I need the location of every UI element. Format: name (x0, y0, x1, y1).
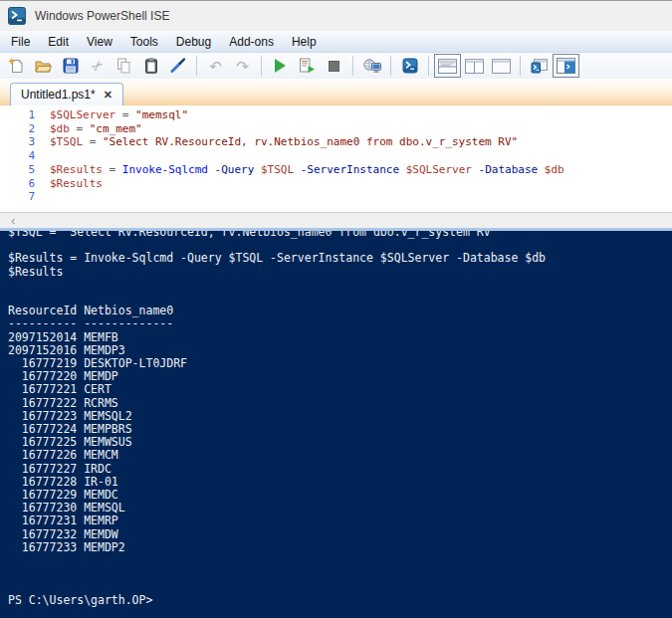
console-line (8, 580, 672, 593)
script-pane-top-icon (438, 59, 457, 74)
undo-button[interactable]: ↶ (202, 54, 229, 78)
console-line: PS C:\Users\garth.OP> (8, 594, 672, 607)
tab-label: Untitled1.ps1* (21, 88, 96, 102)
paste-button[interactable] (137, 54, 164, 78)
run-script-button[interactable] (267, 54, 294, 78)
open-script-button[interactable] (30, 54, 57, 78)
toolbar-separator (196, 56, 197, 76)
console-line: 16777233 MEMDP2 (8, 541, 672, 554)
menu-debug[interactable]: Debug (167, 31, 220, 52)
toolbar-separator (352, 56, 353, 76)
new-remote-powershell-tab-button[interactable] (358, 54, 385, 78)
menu-bar: FileEditViewToolsDebugAdd-onsHelp (0, 31, 672, 53)
console-line: 16777232 MEMDW (8, 528, 672, 541)
console-pane[interactable]: $TSQL = "Select RV.ResourceId, rv.Netbio… (0, 228, 672, 618)
line-number: 7 (0, 190, 35, 204)
save-floppy-icon (63, 58, 79, 74)
toolbar-separator (390, 56, 391, 76)
remote-computer-icon (363, 58, 381, 74)
show-script-pane-maximized-button[interactable] (488, 54, 515, 78)
console-line: 16777221 CERT (8, 383, 672, 396)
console-line: 2097152014 MEMFB (8, 331, 672, 344)
undo-arrow-icon: ↶ (209, 59, 222, 74)
line-number: 1 (0, 108, 35, 122)
line-number: 3 (0, 135, 35, 149)
code-line: $SQLServer = "memsql" (50, 108, 564, 122)
code-line (50, 149, 564, 163)
squeegee-icon (170, 58, 186, 74)
toolbar-separator (261, 56, 262, 76)
show-script-pane-top-button[interactable] (434, 54, 461, 78)
tab-strip: Untitled1.ps1* ✕ (0, 79, 672, 105)
new-script-button[interactable] (3, 54, 30, 78)
code-line: $db = "cm_mem" (50, 122, 564, 136)
save-button[interactable] (57, 54, 84, 78)
start-powershell-exe-button[interactable] (396, 54, 423, 78)
copy-button[interactable] (111, 54, 137, 78)
powershell-tab-icon (531, 58, 549, 74)
pane-splitter[interactable]: ‹ (0, 212, 672, 228)
menu-help[interactable]: Help (283, 31, 326, 52)
tab-close-icon[interactable]: ✕ (104, 89, 112, 102)
menu-file[interactable]: File (2, 31, 39, 52)
console-pane-icon (557, 58, 575, 74)
line-number: 4 (0, 149, 35, 163)
console-line: 16777226 MEMCM (8, 449, 672, 462)
script-pane-maximized-icon (492, 59, 511, 74)
line-number: 6 (0, 177, 35, 191)
console-line: $TSQL = "Select RV.ResourceId, rv.Netbio… (8, 228, 672, 239)
script-code[interactable]: $SQLServer = "memsql"$db = "cm_mem"$TSQL… (40, 108, 564, 212)
code-line: $TSQL = "Select RV.ResourceId, rv.Netbio… (50, 135, 564, 149)
powershell-ise-window: Windows PowerShell ISE FileEditViewTools… (0, 0, 672, 618)
toolbar-separator (428, 56, 429, 76)
line-number: 2 (0, 122, 35, 136)
new-powershell-tab-button[interactable] (526, 54, 553, 78)
run-selection-icon (299, 58, 316, 74)
cut-button[interactable]: ✂ (84, 54, 111, 78)
toolbar: ✂ (0, 53, 672, 79)
redo-button[interactable]: ↷ (229, 54, 256, 78)
menu-view[interactable]: View (78, 31, 121, 52)
code-line: $Results (50, 177, 564, 191)
redo-arrow-icon: ↷ (236, 59, 249, 74)
cut-scissors-icon: ✂ (88, 57, 106, 75)
console-line (8, 567, 672, 580)
run-selection-button[interactable] (294, 54, 321, 78)
run-play-icon (275, 59, 286, 73)
console-line: $Results (8, 266, 672, 279)
toolbar-separator (520, 56, 521, 76)
window-title: Windows PowerShell ISE (35, 9, 169, 23)
clear-console-button[interactable] (164, 54, 191, 78)
show-script-pane-right-button[interactable] (461, 54, 488, 78)
line-number: 5 (0, 163, 35, 177)
script-editor-pane[interactable]: 1234567 $SQLServer = "memsql"$db = "cm_m… (0, 105, 672, 212)
console-line: 16777222 RCRMS (8, 397, 672, 410)
console-line: $Results = Invoke-Sqlcmd -Query $TSQL -S… (8, 252, 672, 265)
code-line: $Results = Invoke-Sqlcmd -Query $TSQL -S… (50, 163, 564, 177)
menu-edit[interactable]: Edit (39, 31, 78, 52)
collapse-chevron-icon[interactable]: ‹ (11, 214, 15, 227)
paste-clipboard-icon (144, 58, 158, 74)
stop-square-icon (329, 61, 339, 72)
console-line (8, 554, 672, 567)
tab-untitled1[interactable]: Untitled1.ps1* ✕ (10, 83, 123, 105)
line-number-gutter: 1234567 (0, 108, 40, 212)
console-line (8, 279, 672, 292)
menu-tools[interactable]: Tools (121, 31, 167, 52)
code-line (50, 190, 564, 204)
show-console-pane-button[interactable] (553, 54, 579, 78)
title-bar: Windows PowerShell ISE (0, 1, 672, 31)
copy-icon (116, 58, 131, 74)
powershell-exe-icon (402, 58, 418, 74)
stop-operation-button[interactable] (321, 54, 347, 78)
menu-addons[interactable]: Add-ons (220, 31, 283, 52)
console-line: 16777227 IRDC (8, 463, 672, 476)
powershell-ise-icon (8, 7, 26, 25)
open-folder-icon (35, 59, 52, 74)
console-line: ---------- ------------- (8, 317, 672, 330)
script-pane-right-icon (465, 59, 484, 74)
console-line: 16777231 MEMRP (8, 515, 672, 527)
console-line: 2097152016 MEMDP3 (8, 344, 672, 357)
new-script-icon (8, 58, 25, 75)
